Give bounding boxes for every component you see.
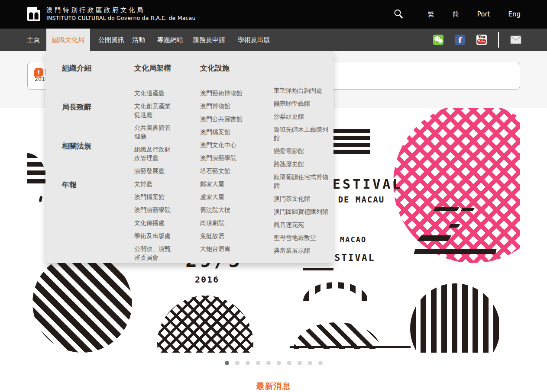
- banner-year: 2016: [195, 274, 219, 285]
- lang-portuguese[interactable]: Port: [477, 10, 490, 18]
- banner-pink-accent-dash: [461, 208, 475, 211]
- megamenu-facility-link[interactable]: 澳門博物館: [200, 102, 252, 110]
- megamenu-facility-link[interactable]: 饒宗頤學藝館: [274, 99, 329, 108]
- megamenu-primary-link[interactable]: 年報: [62, 180, 91, 190]
- carousel-dot-3[interactable]: [246, 361, 250, 365]
- megamenu-facilities-column-2: 東望洋炮台詢問處饒宗頤學藝館沙梨頭更館魯班先師木工藝陳列館戀愛電影館路氹歷史館龍…: [274, 86, 329, 259]
- lang-simplified-chinese[interactable]: 简: [453, 10, 459, 19]
- nav-item-about-active[interactable]: 認識文化局: [46, 29, 90, 51]
- megamenu-structure-link[interactable]: 文化遺產廳: [134, 89, 172, 97]
- nav-item-activities[interactable]: 活動: [132, 29, 145, 51]
- nav-item-public-info[interactable]: 公開資訊: [98, 29, 124, 51]
- megamenu-facility-link[interactable]: 鄭家大屋: [200, 180, 252, 188]
- banner-crosshatch-circle: [157, 296, 253, 353]
- language-switcher: 繁 简 Port Eng: [393, 0, 547, 29]
- carousel-dot-10[interactable]: [318, 361, 323, 365]
- megamenu-structure-link[interactable]: 文化創意產業促進廳: [134, 102, 172, 119]
- megamenu-facility-link[interactable]: 聖母雪地殿教堂: [274, 233, 329, 242]
- banner-black-bar: [414, 249, 497, 254]
- megamenu-facility-link[interactable]: 澳門演藝學院: [200, 154, 252, 162]
- carousel-dot-4[interactable]: [256, 361, 260, 365]
- megamenu-facility-link[interactable]: 澳門藝術博物館: [200, 89, 252, 97]
- site-logo[interactable]: 澳門特別行政區政府文化局 INSTITUTO CULTURAL do Gover…: [27, 6, 196, 22]
- banner-diagonal-striped-circle: [32, 253, 132, 353]
- megamenu-facility-link[interactable]: 盧家大屋: [200, 193, 252, 201]
- logo-title-pt: INSTITUTO CULTURAL do Governo da R.A.E. …: [46, 14, 196, 22]
- megamenu-primary-link[interactable]: 組織介紹: [62, 63, 91, 73]
- latest-news-heading: 最新消息: [0, 381, 547, 392]
- megamenu-facility-link[interactable]: 觀音蓮花苑: [274, 220, 329, 229]
- megamenu-facility-link[interactable]: 澳門回歸賀禮陳列館: [274, 207, 329, 216]
- social-divider: [498, 32, 499, 48]
- banner-thin-bar: [303, 268, 333, 270]
- megamenu-structure-link[interactable]: 學術及出版處: [134, 231, 172, 240]
- lang-traditional-chinese[interactable]: 繁: [428, 10, 434, 19]
- banner-black-bar: [417, 235, 451, 241]
- megamenu-facility-link[interactable]: 路氹歷史館: [274, 160, 329, 168]
- megamenu-facility-link[interactable]: 龍環葡韻住宅式博物館: [274, 173, 329, 190]
- megamenu-facility-link[interactable]: 澳門檔案館: [200, 128, 252, 136]
- megamenu-facilities-column-1: 文化設施 澳門藝術博物館澳門博物館澳門公共圖書館澳門檔案館澳門文化中心澳門演藝學…: [200, 63, 252, 257]
- megamenu-facility-link[interactable]: 澳門公共圖書館: [200, 115, 252, 123]
- carousel-dot-8[interactable]: [298, 361, 302, 365]
- bureau-logo-icon: [27, 6, 40, 22]
- facebook-icon[interactable]: f: [455, 35, 465, 45]
- megamenu-structure-link[interactable]: 澳門演藝學院: [134, 206, 172, 214]
- site-header: 澳門特別行政區政府文化局 INSTITUTO CULTURAL do Gover…: [0, 0, 547, 29]
- banner-striped-dome: [294, 322, 380, 349]
- megamenu-structure-link[interactable]: 文博廳: [134, 180, 172, 188]
- megamenu-facilities-list-2: 東望洋炮台詢問處饒宗頤學藝館沙梨頭更館魯班先師木工藝陳列館戀愛電影館路氹歷史館龍…: [274, 86, 329, 255]
- banner-vertical-striped-circle: [410, 283, 500, 353]
- logo-text: 澳門特別行政區政府文化局 INSTITUTO CULTURAL do Gover…: [46, 6, 196, 22]
- megamenu-facility-link[interactable]: 大炮台迴廊: [200, 244, 252, 253]
- megamenu-facility-link[interactable]: 東望洋炮台詢問處: [274, 86, 329, 95]
- megamenu-facility-link[interactable]: 澳門文化中心: [200, 141, 252, 149]
- megamenu-primary-link[interactable]: 相關法規: [62, 141, 91, 151]
- megamenu-facility-link[interactable]: 魯班先師木工藝陳列館: [274, 125, 329, 142]
- wechat-icon[interactable]: [433, 35, 443, 45]
- megamenu-structure-heading[interactable]: 文化局架構: [134, 63, 172, 73]
- banner-title-festival: FESTIVAL: [323, 177, 403, 192]
- search-icon[interactable]: [393, 9, 405, 20]
- megamenu-structure-link[interactable]: 澳門檔案館: [134, 193, 172, 201]
- megamenu-structure-link[interactable]: 演藝發展廳: [134, 167, 172, 175]
- carousel-dots: [225, 361, 323, 365]
- lang-english[interactable]: Eng: [508, 10, 521, 18]
- megamenu-structure-link[interactable]: 組織及行政財政管理廳: [134, 145, 172, 162]
- megamenu-facility-link[interactable]: 塔石藝文館: [200, 167, 252, 175]
- megamenu-facility-link[interactable]: 葉挺故居: [200, 231, 252, 240]
- carousel-dot-9[interactable]: [308, 361, 312, 365]
- carousel-dot-1[interactable]: [225, 361, 229, 365]
- megamenu-structure-link[interactable]: 公開映、演甄審委員會: [134, 244, 172, 262]
- nav-item-publications[interactable]: 學術及出版: [238, 29, 270, 51]
- nav-item-services[interactable]: 服務及申請: [193, 29, 225, 51]
- megamenu-primary-link[interactable]: 局長致辭: [62, 102, 91, 112]
- carousel-dot-5[interactable]: [266, 361, 271, 365]
- megamenu-structure-link[interactable]: 文化傳播處: [134, 218, 172, 227]
- banner-dash-left: [39, 196, 43, 202]
- megamenu-facility-link[interactable]: 舊法院大樓: [200, 206, 252, 214]
- banner-dotted-arc: [303, 282, 368, 301]
- logo-title-zh: 澳門特別行政區政府文化局: [46, 6, 196, 14]
- megamenu-facility-link[interactable]: 戀愛電影館: [274, 147, 329, 155]
- carousel-dot-6[interactable]: [277, 361, 281, 365]
- banner-pink-accent-dash: [433, 207, 460, 211]
- youtube-you-text: You: [476, 35, 487, 39]
- banner-pink-lattice-blob: [393, 108, 520, 263]
- megamenu-facilities-heading[interactable]: 文化設施: [200, 63, 252, 73]
- youtube-icon[interactable]: You Tube: [476, 35, 487, 45]
- email-icon[interactable]: [510, 35, 521, 44]
- banner-dome-baseline: [290, 346, 411, 348]
- carousel-dot-7[interactable]: [287, 361, 291, 365]
- nav-item-thematic-sites[interactable]: 專題網站: [157, 29, 183, 51]
- banner-horizontal-bars-top: [333, 129, 370, 155]
- megamenu-facility-link[interactable]: 沙梨頭更館: [274, 112, 329, 121]
- nav-item-home[interactable]: 主頁: [27, 29, 40, 51]
- megamenu-facility-link[interactable]: 典當業展示館: [274, 246, 329, 255]
- megamenu-facilities-list-1: 澳門藝術博物館澳門博物館澳門公共圖書館澳門檔案館澳門文化中心澳門演藝學院塔石藝文…: [200, 89, 252, 253]
- about-megamenu-panel: 組織介紹局長致辭相關法規年報 文化局架構 文化遺產廳文化創意產業促進廳公共圖書館…: [45, 51, 333, 263]
- megamenu-facility-link[interactable]: 澳門茶文化館: [274, 194, 329, 203]
- megamenu-structure-link[interactable]: 公共圖書館管理廳: [134, 123, 172, 141]
- carousel-dot-2[interactable]: [235, 361, 240, 365]
- megamenu-facility-link[interactable]: 崗頂劇院: [200, 218, 252, 227]
